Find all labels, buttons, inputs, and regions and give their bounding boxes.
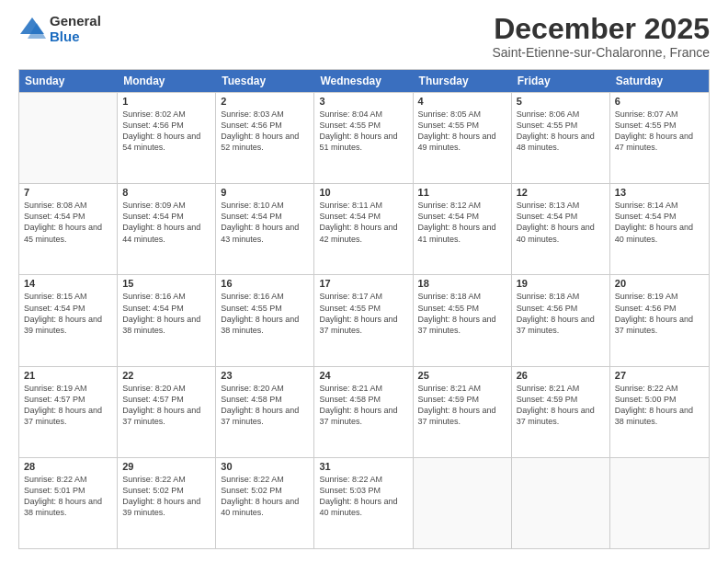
day-number: 23 — [221, 370, 309, 381]
calendar-header-cell: Wednesday — [314, 70, 413, 92]
day-info: Sunrise: 8:21 AM Sunset: 4:58 PM Dayligh… — [319, 383, 407, 428]
day-number: 17 — [319, 278, 407, 289]
day-info: Sunrise: 8:03 AM Sunset: 4:56 PM Dayligh… — [221, 109, 309, 154]
calendar-day-cell: 1Sunrise: 8:02 AM Sunset: 4:56 PM Daylig… — [118, 93, 216, 183]
day-number: 5 — [517, 96, 605, 107]
day-info: Sunrise: 8:22 AM Sunset: 5:00 PM Dayligh… — [615, 383, 704, 428]
calendar-header-cell: Friday — [512, 70, 610, 92]
day-info: Sunrise: 8:21 AM Sunset: 4:59 PM Dayligh… — [517, 383, 605, 428]
day-info: Sunrise: 8:20 AM Sunset: 4:57 PM Dayligh… — [122, 383, 210, 428]
day-info: Sunrise: 8:10 AM Sunset: 4:54 PM Dayligh… — [221, 200, 309, 245]
calendar-day-cell: 6Sunrise: 8:07 AM Sunset: 4:55 PM Daylig… — [610, 93, 709, 183]
day-info: Sunrise: 8:16 AM Sunset: 4:54 PM Dayligh… — [122, 291, 210, 336]
calendar-subtitle: Saint-Etienne-sur-Chalaronne, France — [492, 45, 710, 60]
calendar-day-cell: 22Sunrise: 8:20 AM Sunset: 4:57 PM Dayli… — [118, 367, 216, 457]
day-number: 22 — [122, 370, 210, 381]
calendar-day-cell: 2Sunrise: 8:03 AM Sunset: 4:56 PM Daylig… — [216, 93, 314, 183]
day-number: 15 — [122, 278, 210, 289]
calendar-day-cell: 20Sunrise: 8:19 AM Sunset: 4:56 PM Dayli… — [610, 275, 709, 365]
calendar-week-row: 14Sunrise: 8:15 AM Sunset: 4:54 PM Dayli… — [19, 274, 709, 365]
calendar-day-cell: 27Sunrise: 8:22 AM Sunset: 5:00 PM Dayli… — [610, 367, 709, 457]
calendar-day-cell: 31Sunrise: 8:22 AM Sunset: 5:03 PM Dayli… — [314, 458, 413, 548]
day-number: 2 — [221, 96, 309, 107]
day-number: 7 — [24, 187, 112, 198]
logo-icon — [18, 16, 46, 43]
day-number: 28 — [24, 461, 112, 472]
logo-general-text: General — [50, 14, 101, 29]
day-number: 10 — [319, 187, 407, 198]
calendar-day-cell — [512, 458, 610, 548]
header: General Blue December 2025 Saint-Etienne… — [18, 14, 710, 60]
calendar-body: 1Sunrise: 8:02 AM Sunset: 4:56 PM Daylig… — [19, 92, 709, 548]
calendar-week-row: 28Sunrise: 8:22 AM Sunset: 5:01 PM Dayli… — [19, 457, 709, 548]
day-info: Sunrise: 8:17 AM Sunset: 4:55 PM Dayligh… — [319, 291, 407, 336]
day-number: 1 — [122, 96, 210, 107]
calendar-day-cell: 24Sunrise: 8:21 AM Sunset: 4:58 PM Dayli… — [314, 367, 413, 457]
title-section: December 2025 Saint-Etienne-sur-Chalaron… — [492, 14, 710, 60]
day-info: Sunrise: 8:04 AM Sunset: 4:55 PM Dayligh… — [319, 109, 407, 154]
day-info: Sunrise: 8:08 AM Sunset: 4:54 PM Dayligh… — [24, 200, 112, 245]
calendar-day-cell: 3Sunrise: 8:04 AM Sunset: 4:55 PM Daylig… — [314, 93, 413, 183]
calendar-day-cell: 8Sunrise: 8:09 AM Sunset: 4:54 PM Daylig… — [118, 184, 216, 274]
day-info: Sunrise: 8:12 AM Sunset: 4:54 PM Dayligh… — [418, 200, 506, 245]
calendar-day-cell: 13Sunrise: 8:14 AM Sunset: 4:54 PM Dayli… — [610, 184, 709, 274]
day-info: Sunrise: 8:20 AM Sunset: 4:58 PM Dayligh… — [221, 383, 309, 428]
calendar-week-row: 7Sunrise: 8:08 AM Sunset: 4:54 PM Daylig… — [19, 183, 709, 274]
calendar-day-cell: 17Sunrise: 8:17 AM Sunset: 4:55 PM Dayli… — [314, 275, 413, 365]
logo: General Blue — [18, 14, 101, 44]
day-number: 20 — [615, 278, 704, 289]
day-info: Sunrise: 8:19 AM Sunset: 4:56 PM Dayligh… — [615, 291, 704, 336]
day-info: Sunrise: 8:22 AM Sunset: 5:03 PM Dayligh… — [319, 474, 407, 519]
calendar-day-cell — [414, 458, 512, 548]
day-number: 19 — [517, 278, 605, 289]
day-info: Sunrise: 8:09 AM Sunset: 4:54 PM Dayligh… — [122, 200, 210, 245]
day-number: 11 — [418, 187, 506, 198]
calendar-day-cell: 12Sunrise: 8:13 AM Sunset: 4:54 PM Dayli… — [512, 184, 610, 274]
calendar-header-cell: Sunday — [19, 70, 118, 92]
calendar-day-cell: 21Sunrise: 8:19 AM Sunset: 4:57 PM Dayli… — [19, 367, 118, 457]
day-info: Sunrise: 8:22 AM Sunset: 5:01 PM Dayligh… — [24, 474, 112, 519]
day-info: Sunrise: 8:13 AM Sunset: 4:54 PM Dayligh… — [517, 200, 605, 245]
calendar-day-cell — [19, 93, 118, 183]
day-number: 30 — [221, 461, 309, 472]
calendar-day-cell: 30Sunrise: 8:22 AM Sunset: 5:02 PM Dayli… — [216, 458, 314, 548]
day-info: Sunrise: 8:22 AM Sunset: 5:02 PM Dayligh… — [122, 474, 210, 519]
day-number: 31 — [319, 461, 407, 472]
calendar-day-cell: 9Sunrise: 8:10 AM Sunset: 4:54 PM Daylig… — [216, 184, 314, 274]
calendar-day-cell — [610, 458, 709, 548]
day-number: 18 — [418, 278, 506, 289]
day-number: 24 — [319, 370, 407, 381]
logo-text: General Blue — [50, 14, 101, 44]
calendar-day-cell: 19Sunrise: 8:18 AM Sunset: 4:56 PM Dayli… — [512, 275, 610, 365]
day-number: 25 — [418, 370, 506, 381]
day-number: 27 — [615, 370, 704, 381]
day-number: 8 — [122, 187, 210, 198]
day-number: 16 — [221, 278, 309, 289]
calendar-header-row: SundayMondayTuesdayWednesdayThursdayFrid… — [19, 70, 709, 92]
calendar-header-cell: Monday — [118, 70, 216, 92]
day-number: 14 — [24, 278, 112, 289]
calendar-day-cell: 10Sunrise: 8:11 AM Sunset: 4:54 PM Dayli… — [314, 184, 413, 274]
day-info: Sunrise: 8:18 AM Sunset: 4:55 PM Dayligh… — [418, 291, 506, 336]
calendar-day-cell: 28Sunrise: 8:22 AM Sunset: 5:01 PM Dayli… — [19, 458, 118, 548]
day-info: Sunrise: 8:21 AM Sunset: 4:59 PM Dayligh… — [418, 383, 506, 428]
calendar-title: December 2025 — [492, 14, 710, 43]
day-number: 3 — [319, 96, 407, 107]
calendar-week-row: 21Sunrise: 8:19 AM Sunset: 4:57 PM Dayli… — [19, 366, 709, 457]
day-number: 13 — [615, 187, 704, 198]
day-info: Sunrise: 8:19 AM Sunset: 4:57 PM Dayligh… — [24, 383, 112, 428]
day-info: Sunrise: 8:22 AM Sunset: 5:02 PM Dayligh… — [221, 474, 309, 519]
day-info: Sunrise: 8:14 AM Sunset: 4:54 PM Dayligh… — [615, 200, 704, 245]
calendar-week-row: 1Sunrise: 8:02 AM Sunset: 4:56 PM Daylig… — [19, 92, 709, 183]
day-number: 6 — [615, 96, 704, 107]
calendar-day-cell: 16Sunrise: 8:16 AM Sunset: 4:55 PM Dayli… — [216, 275, 314, 365]
calendar-day-cell: 18Sunrise: 8:18 AM Sunset: 4:55 PM Dayli… — [414, 275, 512, 365]
calendar-header-cell: Thursday — [414, 70, 512, 92]
day-number: 26 — [517, 370, 605, 381]
day-info: Sunrise: 8:02 AM Sunset: 4:56 PM Dayligh… — [122, 109, 210, 154]
calendar-day-cell: 5Sunrise: 8:06 AM Sunset: 4:55 PM Daylig… — [512, 93, 610, 183]
calendar-day-cell: 14Sunrise: 8:15 AM Sunset: 4:54 PM Dayli… — [19, 275, 118, 365]
day-info: Sunrise: 8:06 AM Sunset: 4:55 PM Dayligh… — [517, 109, 605, 154]
calendar-header-cell: Saturday — [610, 70, 709, 92]
calendar-header-cell: Tuesday — [216, 70, 314, 92]
